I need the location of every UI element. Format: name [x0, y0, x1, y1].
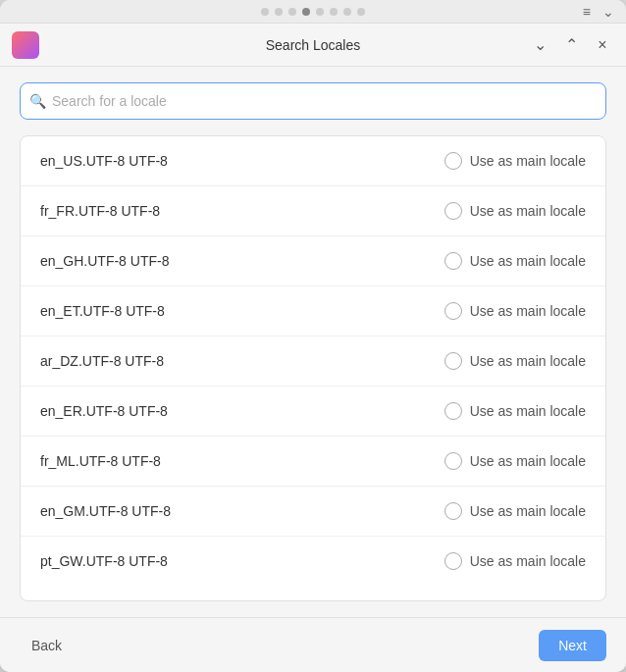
dot-1 — [261, 8, 269, 16]
locale-action[interactable]: Use as main locale — [444, 552, 586, 570]
use-as-main-locale-label: Use as main locale — [470, 303, 586, 319]
locale-name: en_GH.UTF-8 UTF-8 — [40, 253, 169, 269]
radio-circle[interactable] — [444, 502, 462, 520]
window-controls: ⌄ ⌃ × — [528, 33, 614, 57]
locale-name: en_ER.UTF-8 UTF-8 — [40, 403, 168, 419]
footer: Back Next — [0, 617, 626, 672]
window-title: Search Locales — [266, 37, 361, 53]
dot-7 — [343, 8, 351, 16]
locale-action[interactable]: Use as main locale — [444, 202, 586, 220]
radio-circle[interactable] — [444, 202, 462, 220]
locale-name: pt_GW.UTF-8 UTF-8 — [40, 553, 168, 569]
radio-circle[interactable] — [444, 352, 462, 370]
dot-3 — [288, 8, 296, 16]
search-container: 🔍 — [20, 82, 606, 120]
locale-action[interactable]: Use as main locale — [444, 402, 586, 420]
locale-item[interactable]: en_GM.UTF-8 UTF-8Use as main locale — [21, 487, 605, 537]
next-button[interactable]: Next — [539, 630, 606, 661]
locale-item[interactable]: pt_GW.UTF-8 UTF-8Use as main locale — [21, 537, 605, 586]
use-as-main-locale-label: Use as main locale — [470, 353, 586, 369]
dot-2 — [275, 8, 283, 16]
search-input[interactable] — [20, 82, 606, 120]
use-as-main-locale-label: Use as main locale — [470, 503, 586, 519]
locale-item[interactable]: en_ER.UTF-8 UTF-8Use as main locale — [21, 387, 605, 437]
locale-name: en_GM.UTF-8 UTF-8 — [40, 503, 171, 519]
main-content: 🔍 en_US.UTF-8 UTF-8Use as main localefr_… — [0, 67, 626, 617]
dot-6 — [330, 8, 338, 16]
app-icon-container — [12, 31, 39, 59]
dot-8 — [357, 8, 365, 16]
locale-action[interactable]: Use as main locale — [444, 302, 586, 320]
locale-item[interactable]: fr_ML.UTF-8 UTF-8Use as main locale — [21, 437, 605, 487]
title-bar: Search Locales ⌄ ⌃ × — [0, 24, 626, 67]
hamburger-icon[interactable]: ≡ — [583, 4, 591, 20]
close-icon[interactable]: × — [591, 33, 614, 57]
use-as-main-locale-label: Use as main locale — [470, 453, 586, 469]
locale-name: fr_ML.UTF-8 UTF-8 — [40, 453, 161, 469]
locales-list: en_US.UTF-8 UTF-8Use as main localefr_FR… — [20, 135, 606, 601]
app-icon — [12, 31, 39, 59]
locale-action[interactable]: Use as main locale — [444, 352, 586, 370]
search-input-wrapper: 🔍 — [20, 82, 606, 120]
locale-action[interactable]: Use as main locale — [444, 252, 586, 270]
use-as-main-locale-label: Use as main locale — [470, 153, 586, 169]
maximize-icon[interactable]: ⌃ — [559, 33, 583, 57]
back-button[interactable]: Back — [20, 630, 74, 661]
locale-item[interactable]: fr_FR.UTF-8 UTF-8Use as main locale — [21, 186, 605, 236]
locale-name: en_US.UTF-8 UTF-8 — [40, 153, 168, 169]
radio-circle[interactable] — [444, 402, 462, 420]
locale-action[interactable]: Use as main locale — [444, 452, 586, 470]
locale-item[interactable]: en_US.UTF-8 UTF-8Use as main locale — [21, 136, 605, 186]
radio-circle[interactable] — [444, 552, 462, 570]
search-icon: 🔍 — [29, 93, 46, 109]
locale-name: en_ET.UTF-8 UTF-8 — [40, 303, 165, 319]
radio-circle[interactable] — [444, 152, 462, 170]
locale-item[interactable]: en_ET.UTF-8 UTF-8Use as main locale — [21, 286, 605, 336]
main-window: ≡ ⌄ Search Locales ⌄ ⌃ × 🔍 en_US.UTF-8 U… — [0, 0, 626, 672]
pagination-dots — [261, 8, 365, 16]
locale-name: fr_FR.UTF-8 UTF-8 — [40, 203, 160, 219]
chevron-down-icon[interactable]: ⌄ — [602, 4, 614, 20]
use-as-main-locale-label: Use as main locale — [470, 203, 586, 219]
radio-circle[interactable] — [444, 302, 462, 320]
locale-action[interactable]: Use as main locale — [444, 152, 586, 170]
dot-5 — [316, 8, 324, 16]
minimize-icon[interactable]: ⌄ — [528, 33, 551, 57]
locale-item[interactable]: en_GH.UTF-8 UTF-8Use as main locale — [21, 236, 605, 286]
use-as-main-locale-label: Use as main locale — [470, 253, 586, 269]
top-bar-controls: ≡ ⌄ — [583, 4, 614, 20]
locale-action[interactable]: Use as main locale — [444, 502, 586, 520]
dot-4 — [302, 8, 310, 16]
use-as-main-locale-label: Use as main locale — [470, 403, 586, 419]
radio-circle[interactable] — [444, 252, 462, 270]
top-bar: ≡ ⌄ — [0, 0, 626, 24]
radio-circle[interactable] — [444, 452, 462, 470]
locale-name: ar_DZ.UTF-8 UTF-8 — [40, 353, 164, 369]
locale-item[interactable]: ar_DZ.UTF-8 UTF-8Use as main locale — [21, 336, 605, 387]
use-as-main-locale-label: Use as main locale — [470, 553, 586, 569]
